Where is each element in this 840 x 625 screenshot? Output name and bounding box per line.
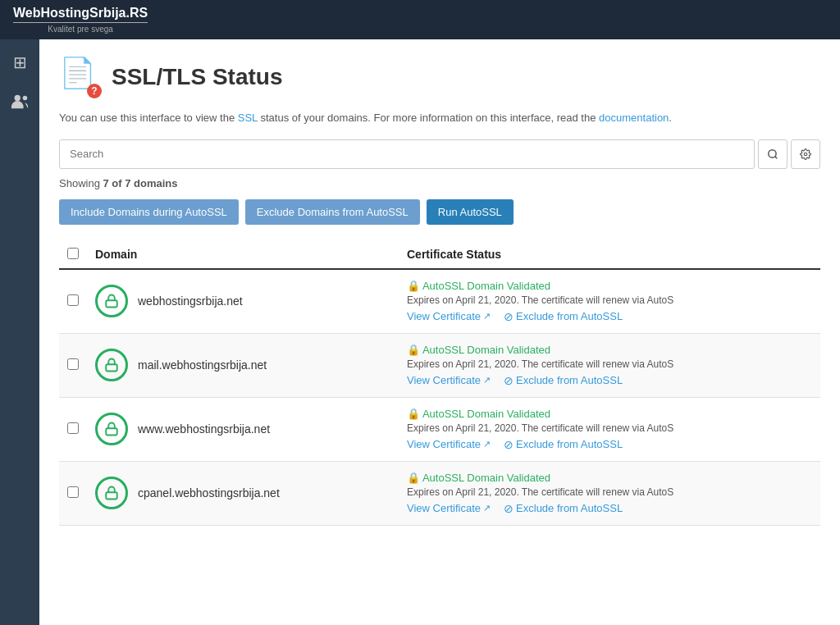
domain-cell: www.webhostingsrbija.net [87, 397, 399, 461]
lock-small-icon: 🔒 [407, 344, 420, 356]
domain-name: www.webhostingsrbija.net [138, 422, 270, 436]
status-validated: 🔒 AutoSSL Domain Validated [407, 472, 812, 484]
showing-text: Showing 7 of 7 domains [59, 177, 820, 189]
grid-icon[interactable]: ⊞ [7, 49, 33, 75]
settings-button[interactable] [791, 139, 820, 169]
row-checkbox[interactable] [67, 422, 79, 434]
status-validated: 🔒 AutoSSL Domain Validated [407, 280, 812, 292]
expires-text: Expires on April 21, 2020. The certifica… [407, 294, 812, 306]
expires-text: Expires on April 21, 2020. The certifica… [407, 358, 812, 370]
row-checkbox[interactable] [67, 486, 79, 498]
status-cell: 🔒 AutoSSL Domain Validated Expires on Ap… [399, 397, 820, 461]
row-checkbox[interactable] [67, 358, 79, 370]
row-checkbox[interactable] [67, 294, 79, 306]
lock-circle-icon [95, 285, 128, 317]
main-content: 📄 ? SSL/TLS Status You can use this inte… [39, 39, 840, 625]
table-row: www.webhostingsrbija.net 🔒 AutoSSL Domai… [59, 397, 820, 461]
select-all-checkbox[interactable] [67, 248, 79, 259]
sidebar: ⊞ [0, 39, 39, 625]
include-autossl-button[interactable]: Include Domains during AutoSSL [59, 199, 239, 225]
table-header-row: Domain Certificate Status [59, 241, 820, 269]
status-validated: 🔒 AutoSSL Domain Validated [407, 408, 812, 420]
lock-circle-icon [95, 349, 128, 381]
status-actions: View Certificate ↗ ⊘ Exclude from AutoSS… [407, 310, 812, 323]
status-cell: 🔒 AutoSSL Domain Validated Expires on Ap… [399, 461, 820, 525]
brand-logo: WebHostingSrbija.RS Kvalitet pre svega [13, 6, 148, 34]
exclude-icon: ⊘ [504, 438, 514, 451]
row-checkbox-cell [59, 269, 87, 334]
domain-name: webhostingsrbija.net [138, 294, 243, 308]
exclude-icon: ⊘ [504, 374, 514, 387]
exclude-icon: ⊘ [504, 310, 514, 323]
table-row: webhostingsrbija.net 🔒 AutoSSL Domain Va… [59, 269, 820, 334]
lock-circle-icon [95, 413, 128, 445]
domain-name: mail.webhostingsrbija.net [138, 358, 267, 372]
svg-rect-5 [106, 300, 117, 307]
search-bar [59, 139, 820, 169]
exclude-icon: ⊘ [504, 502, 514, 515]
table-row: mail.webhostingsrbija.net 🔒 AutoSSL Doma… [59, 333, 820, 397]
svg-rect-6 [106, 364, 117, 371]
row-checkbox-cell [59, 397, 87, 461]
lock-small-icon: 🔒 [407, 280, 420, 292]
action-buttons: Include Domains during AutoSSL Exclude D… [59, 199, 820, 225]
users-icon[interactable] [7, 89, 33, 115]
lock-small-icon: 🔒 [407, 408, 420, 420]
lock-small-icon: 🔒 [407, 472, 420, 484]
external-link-icon: ↗ [483, 375, 491, 385]
brand-tagline: Kvalitet pre svega [13, 22, 148, 34]
exclude-from-autossl-link[interactable]: ⊘ Exclude from AutoSSL [504, 310, 623, 323]
page-icon: 📄 ? [59, 56, 102, 98]
status-actions: View Certificate ↗ ⊘ Exclude from AutoSS… [407, 374, 812, 387]
search-input[interactable] [59, 139, 755, 169]
domain-cell: webhostingsrbija.net [87, 269, 399, 334]
domain-cell: cpanel.webhostingsrbija.net [87, 461, 399, 525]
status-label: AutoSSL Domain Validated [422, 472, 550, 484]
layout: ⊞ 📄 ? SSL/TLS Status You can use this in… [0, 39, 840, 625]
svg-point-0 [15, 95, 21, 101]
domain-column-header: Domain [87, 241, 399, 269]
status-column-header: Certificate Status [399, 241, 820, 269]
status-actions: View Certificate ↗ ⊘ Exclude from AutoSS… [407, 438, 812, 451]
view-certificate-link[interactable]: View Certificate ↗ [407, 310, 491, 322]
page-title: SSL/TLS Status [112, 64, 282, 90]
status-actions: View Certificate ↗ ⊘ Exclude from AutoSS… [407, 502, 812, 515]
exclude-from-autossl-link[interactable]: ⊘ Exclude from AutoSSL [504, 502, 623, 515]
external-link-icon: ↗ [483, 439, 491, 449]
svg-rect-8 [106, 492, 117, 499]
table-row: cpanel.webhostingsrbija.net 🔒 AutoSSL Do… [59, 461, 820, 525]
row-checkbox-cell [59, 461, 87, 525]
lock-circle-icon [95, 477, 128, 509]
svg-point-2 [769, 149, 776, 157]
search-button[interactable] [758, 139, 788, 169]
svg-point-1 [23, 96, 27, 101]
status-cell: 🔒 AutoSSL Domain Validated Expires on Ap… [399, 333, 820, 397]
domain-count: 7 of 7 domains [103, 177, 177, 189]
exclude-autossl-button[interactable]: Exclude Domains from AutoSSL [245, 199, 420, 225]
description: You can use this interface to view the S… [59, 110, 820, 126]
external-link-icon: ↗ [483, 503, 491, 513]
svg-line-3 [775, 156, 778, 158]
select-all-header [59, 241, 87, 269]
view-certificate-link[interactable]: View Certificate ↗ [407, 438, 491, 450]
exclude-from-autossl-link[interactable]: ⊘ Exclude from AutoSSL [504, 374, 623, 387]
exclude-from-autossl-link[interactable]: ⊘ Exclude from AutoSSL [504, 438, 623, 451]
view-certificate-link[interactable]: View Certificate ↗ [407, 374, 491, 386]
status-label: AutoSSL Domain Validated [422, 280, 550, 292]
navbar: WebHostingSrbija.RS Kvalitet pre svega [0, 0, 840, 39]
status-label: AutoSSL Domain Validated [422, 408, 550, 420]
svg-rect-7 [106, 428, 117, 435]
external-link-icon: ↗ [483, 311, 491, 322]
row-checkbox-cell [59, 333, 87, 397]
view-certificate-link[interactable]: View Certificate ↗ [407, 502, 491, 514]
status-label: AutoSSL Domain Validated [422, 344, 550, 356]
page-title-area: 📄 ? SSL/TLS Status [59, 56, 820, 98]
svg-point-4 [804, 153, 807, 156]
documentation-link[interactable]: documentation [599, 112, 669, 124]
run-autossl-button[interactable]: Run AutoSSL [427, 199, 514, 225]
expires-text: Expires on April 21, 2020. The certifica… [407, 422, 812, 434]
status-validated: 🔒 AutoSSL Domain Validated [407, 344, 812, 356]
brand-name: WebHostingSrbija.RS [13, 6, 148, 20]
status-cell: 🔒 AutoSSL Domain Validated Expires on Ap… [399, 269, 820, 334]
domain-table: Domain Certificate Status webhostingsrbi… [59, 241, 820, 526]
